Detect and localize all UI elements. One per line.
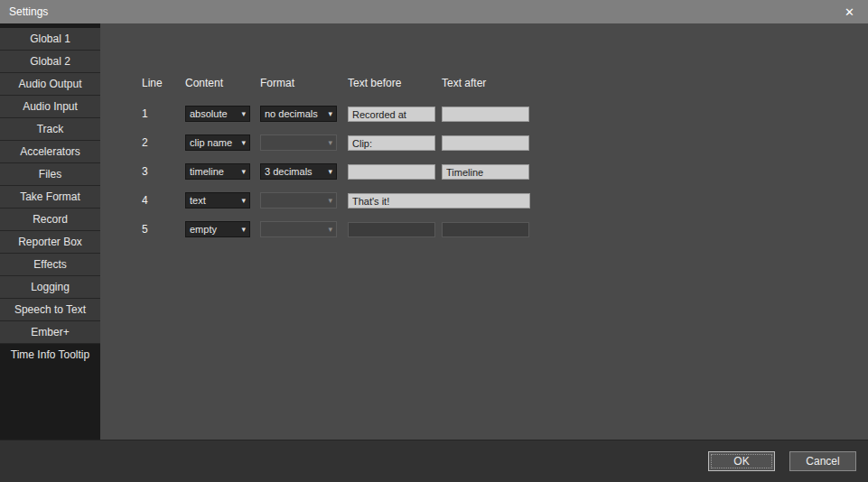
chevron-down-icon: ▾ (328, 226, 332, 234)
sidebar-item-reporter-box[interactable]: Reporter Box (0, 231, 100, 254)
sidebar-item-time-info-tooltip[interactable]: Time Info Tooltip (0, 344, 100, 366)
chevron-down-icon: ▾ (241, 139, 246, 147)
chevron-down-icon: ▾ (328, 168, 332, 176)
header-text-before: Text before (348, 77, 442, 89)
text-after-input[interactable] (442, 135, 529, 151)
text-after-input[interactable] (442, 164, 529, 180)
dropdown-value: no decimals (265, 108, 328, 119)
cancel-button[interactable]: Cancel (789, 451, 856, 471)
header-text-after: Text after (442, 77, 536, 89)
table-row: 4 text ▾ ▾ (100, 186, 868, 215)
sidebar-item-effects[interactable]: Effects (0, 254, 100, 276)
line-number: 3 (142, 165, 185, 178)
line-number: 5 (142, 223, 185, 236)
table-row: 3 timeline ▾ 3 decimals ▾ (100, 157, 868, 186)
sidebar-item-take-format[interactable]: Take Format (0, 186, 100, 209)
line-number: 2 (142, 136, 185, 149)
chevron-down-icon: ▾ (328, 110, 332, 118)
format-dropdown[interactable]: no decimals ▾ (260, 106, 337, 122)
table-row: 5 empty ▾ ▾ (100, 215, 868, 244)
content-dropdown[interactable]: text ▾ (185, 192, 250, 209)
sidebar-item-global-1[interactable]: Global 1 (0, 28, 100, 51)
sidebar-item-speech-to-text[interactable]: Speech to Text (0, 299, 100, 321)
dropdown-value: 3 decimals (265, 166, 328, 177)
header-line: Line (142, 77, 185, 89)
line-number: 1 (142, 107, 185, 120)
table-row: 1 absolute ▾ no decimals ▾ (100, 99, 868, 128)
time-info-tooltip-panel: Line Content Format Text before Text aft… (100, 23, 868, 440)
text-before-input[interactable] (348, 164, 435, 180)
chevron-down-icon: ▾ (241, 197, 246, 205)
window-title: Settings (9, 5, 840, 18)
dropdown-value: clip name (190, 137, 241, 148)
sidebar-item-global-2[interactable]: Global 2 (0, 51, 100, 73)
ok-button[interactable]: OK (708, 451, 775, 471)
text-before-input[interactable] (348, 135, 435, 151)
format-dropdown: ▾ (260, 134, 337, 151)
table-header-row: Line Content Format Text before Text aft… (100, 74, 868, 92)
chevron-down-icon: ▾ (328, 139, 332, 147)
sidebar-item-files[interactable]: Files (0, 163, 100, 186)
settings-sidebar: Global 1 Global 2 Audio Output Audio Inp… (0, 23, 100, 440)
format-dropdown[interactable]: 3 decimals ▾ (260, 163, 337, 180)
content-dropdown[interactable]: absolute ▾ (185, 106, 250, 122)
text-before-input[interactable] (348, 107, 435, 122)
header-format: Format (260, 77, 348, 89)
settings-window: Settings ✕ Global 1 Global 2 Audio Outpu… (0, 0, 868, 482)
content-dropdown[interactable]: timeline ▾ (185, 163, 250, 180)
line-number: 4 (142, 194, 185, 207)
dropdown-value: absolute (190, 108, 241, 119)
text-input[interactable] (348, 193, 530, 209)
dropdown-value: text (190, 195, 241, 206)
sidebar-item-ember-plus[interactable]: Ember+ (0, 321, 100, 344)
close-icon[interactable]: ✕ (840, 5, 859, 19)
dropdown-value: timeline (190, 166, 241, 177)
dialog-body: Global 1 Global 2 Audio Output Audio Inp… (0, 23, 868, 440)
sidebar-item-track[interactable]: Track (0, 118, 100, 141)
chevron-down-icon: ▾ (328, 197, 332, 205)
format-dropdown: ▾ (260, 192, 337, 209)
dropdown-value: empty (190, 224, 241, 235)
text-before-input (348, 222, 435, 237)
sidebar-item-record[interactable]: Record (0, 209, 100, 231)
sidebar-item-audio-input[interactable]: Audio Input (0, 96, 100, 118)
chevron-down-icon: ▾ (241, 226, 246, 234)
chevron-down-icon: ▾ (241, 110, 246, 118)
sidebar-item-accelerators[interactable]: Accelerators (0, 141, 100, 163)
content-dropdown[interactable]: empty ▾ (185, 221, 250, 237)
sidebar-item-audio-output[interactable]: Audio Output (0, 73, 100, 96)
header-content: Content (185, 77, 260, 89)
text-after-input (442, 222, 529, 237)
chevron-down-icon: ▾ (241, 168, 246, 176)
dialog-footer: OK Cancel (0, 440, 868, 482)
title-bar: Settings ✕ (0, 0, 868, 23)
table-row: 2 clip name ▾ ▾ (100, 128, 868, 157)
format-dropdown: ▾ (260, 221, 337, 237)
sidebar-item-logging[interactable]: Logging (0, 276, 100, 299)
content-dropdown[interactable]: clip name ▾ (185, 134, 250, 151)
text-after-input[interactable] (442, 107, 529, 122)
